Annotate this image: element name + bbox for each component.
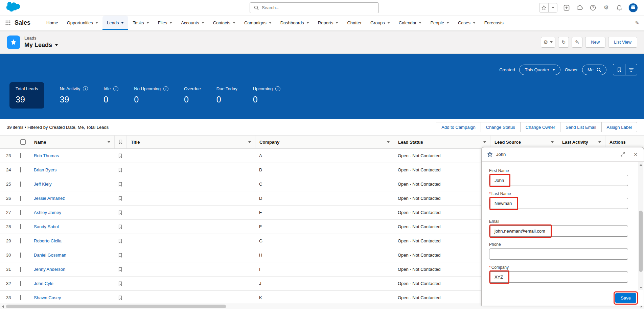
chevron-down-icon[interactable]	[95, 22, 98, 24]
chevron-down-icon[interactable]	[598, 141, 601, 143]
app-launcher-icon[interactable]	[5, 20, 10, 25]
chevron-down-icon[interactable]	[446, 22, 449, 24]
nav-edit-pencil-icon[interactable]: ✎	[635, 20, 639, 26]
nav-tab[interactable]: Groups	[366, 16, 394, 30]
nav-tab[interactable]: Accounts	[177, 16, 208, 30]
info-icon[interactable]: i	[83, 86, 88, 91]
bookmark-icon[interactable]	[118, 295, 122, 300]
row-checkbox[interactable]	[20, 182, 21, 187]
scroll-left-arrow[interactable]	[0, 304, 5, 309]
lead-name-link[interactable]: Jeff Kiely	[34, 182, 52, 187]
notifications-bell-icon[interactable]	[615, 4, 623, 12]
info-icon[interactable]: i	[275, 86, 280, 91]
user-avatar[interactable]	[628, 3, 638, 13]
lead-name-link[interactable]: Brian Byers	[34, 167, 56, 172]
refresh-button[interactable]: ↻	[558, 37, 569, 48]
chevron-down-icon[interactable]	[473, 22, 476, 24]
row-checkbox[interactable]	[20, 224, 21, 229]
kpi-tile[interactable]: Overdue 0	[184, 82, 201, 109]
nav-tab[interactable]: Reports	[314, 16, 343, 30]
row-checkbox[interactable]	[20, 196, 21, 201]
nav-tab[interactable]: Dashboards	[276, 16, 314, 30]
chevron-down-icon[interactable]	[108, 141, 110, 143]
filter-button[interactable]	[625, 64, 637, 75]
row-checkbox[interactable]	[20, 238, 21, 243]
bulk-action-button[interactable]: Send List Email	[560, 122, 601, 132]
chevron-down-icon[interactable]	[551, 141, 554, 143]
kpi-tile[interactable]: Idle i 0	[104, 82, 118, 109]
scrollbar-thumb[interactable]	[6, 305, 226, 308]
chevron-down-icon[interactable]	[336, 22, 338, 24]
scrollbar-thumb[interactable]	[639, 211, 643, 272]
chevron-down-icon[interactable]	[387, 22, 390, 24]
row-checkbox[interactable]	[20, 153, 21, 158]
edit-button[interactable]: ✎	[572, 37, 582, 48]
bookmark-icon[interactable]	[118, 182, 122, 187]
bulk-action-button[interactable]: Change Owner	[520, 122, 560, 132]
row-checkbox[interactable]	[20, 167, 21, 172]
close-icon[interactable]: ✕	[633, 152, 638, 157]
select-all-checkbox[interactable]	[20, 139, 26, 145]
chevron-down-icon[interactable]	[269, 22, 272, 24]
owner-filter-pill[interactable]: Me	[582, 65, 606, 75]
help-icon[interactable]: ?	[589, 4, 597, 12]
new-button[interactable]: New	[585, 37, 605, 48]
quick-create-icon[interactable]	[562, 4, 571, 12]
nav-tab[interactable]: Contacts	[209, 16, 240, 30]
kpi-tile[interactable]: Total Leads 39	[9, 82, 44, 109]
nav-tab[interactable]: Chatter	[343, 16, 366, 30]
favorites-star-icon[interactable]	[539, 3, 548, 12]
bookmark-icon[interactable]	[118, 210, 122, 215]
nav-tab[interactable]: Cases	[454, 16, 480, 30]
nav-tab[interactable]: Campaigns	[240, 16, 276, 30]
lead-name-link[interactable]: Roberto Cicila	[34, 238, 62, 243]
column-header-lead-source[interactable]: Lead Source	[490, 136, 558, 148]
row-checkbox[interactable]	[20, 253, 21, 258]
expand-icon[interactable]	[620, 152, 625, 157]
guidance-center-icon[interactable]	[576, 4, 584, 12]
lead-name-link[interactable]: Jenny Anderson	[34, 267, 65, 272]
chevron-down-icon[interactable]	[233, 22, 235, 24]
lead-name-link[interactable]: Rob Thomas	[34, 153, 59, 158]
field-input[interactable]: John	[489, 175, 628, 186]
lead-name-link[interactable]: Ashley Jamey	[34, 210, 61, 215]
panel-scrollbar[interactable]	[638, 162, 643, 290]
bookmark-icon[interactable]	[118, 153, 122, 158]
favorites-dropdown-icon[interactable]	[548, 3, 557, 12]
save-button[interactable]: Save	[615, 293, 636, 303]
bookmark-icon[interactable]	[118, 253, 122, 258]
field-input[interactable]: XYZ	[489, 271, 628, 283]
nav-tab[interactable]: Tasks	[128, 16, 153, 30]
nav-tab[interactable]: Calendar	[394, 16, 426, 30]
nav-tab[interactable]: Forecasts	[480, 16, 508, 30]
info-icon[interactable]: i	[163, 86, 168, 91]
chevron-down-icon[interactable]	[121, 22, 124, 24]
kpi-tile[interactable]: No Activity i 39	[60, 82, 88, 109]
bookmark-icon[interactable]	[118, 196, 122, 201]
chevron-down-icon[interactable]	[483, 141, 486, 143]
search-input[interactable]	[262, 5, 374, 10]
list-view-button[interactable]: List View	[608, 37, 637, 48]
nav-tab[interactable]: Files	[154, 16, 177, 30]
row-checkbox[interactable]	[20, 295, 21, 300]
row-checkbox[interactable]	[20, 267, 21, 272]
list-settings-button[interactable]: ⚙	[541, 37, 555, 48]
field-input[interactable]: Newman	[489, 198, 628, 209]
kpi-tile[interactable]: No Upcoming i 0	[134, 82, 168, 109]
nav-tab[interactable]: Home	[42, 16, 63, 30]
row-checkbox[interactable]	[20, 281, 21, 286]
view-selector[interactable]: My Leads	[24, 42, 58, 49]
column-header-actions[interactable]: Actions	[605, 136, 644, 148]
bulk-action-button[interactable]: Assign Label	[601, 122, 637, 132]
panel-header[interactable]: John — ✕	[482, 147, 644, 162]
lead-name-link[interactable]: Sandy Sabol	[34, 224, 59, 229]
field-input[interactable]: john.newman@email.com	[489, 225, 628, 237]
kpi-tile[interactable]: Due Today 0	[216, 82, 237, 109]
field-input[interactable]	[489, 248, 628, 260]
row-checkbox[interactable]	[20, 210, 21, 215]
nav-tab[interactable]: People	[426, 16, 453, 30]
bookmark-icon[interactable]	[118, 168, 122, 172]
info-icon[interactable]: i	[113, 86, 118, 91]
bookmark-icon[interactable]	[118, 267, 122, 272]
bookmark-icon[interactable]	[118, 239, 122, 243]
